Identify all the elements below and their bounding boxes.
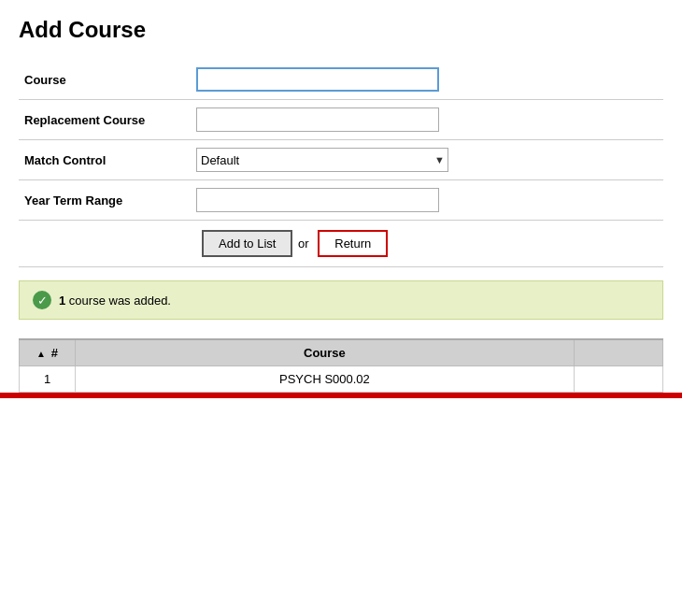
replacement-course-row: Replacement Course xyxy=(19,100,663,140)
row-extra xyxy=(574,366,662,393)
row-course: PSYCH S000.02 xyxy=(76,366,575,393)
table-row: 1PSYCH S000.02 xyxy=(20,366,663,393)
sort-arrow-icon: ▲ xyxy=(36,349,46,359)
col-num-header[interactable]: ▲ # xyxy=(20,339,76,366)
page-container: Add Course Course Replacement Course Mat… xyxy=(0,0,682,393)
return-button[interactable]: Return xyxy=(318,230,388,257)
match-control-input-cell: Default Exact Partial ▼ xyxy=(187,140,663,180)
add-course-form: Course Replacement Course Match Control … xyxy=(19,60,663,221)
year-term-range-label: Year Term Range xyxy=(19,180,187,221)
success-message-text: course was added. xyxy=(69,294,171,308)
match-control-row: Match Control Default Exact Partial ▼ xyxy=(19,140,663,180)
year-term-range-input-cell xyxy=(187,180,663,221)
replacement-course-input-cell xyxy=(187,100,663,140)
replacement-course-label: Replacement Course xyxy=(19,100,187,140)
page-title: Add Course xyxy=(19,17,663,43)
course-input-cell xyxy=(187,60,663,100)
results-table: ▲ # Course 1PSYCH S000.02 xyxy=(19,338,663,393)
results-header-row: ▲ # Course xyxy=(20,339,663,366)
success-icon: ✓ xyxy=(33,291,51,309)
col-num-label: # xyxy=(51,346,58,360)
row-num: 1 xyxy=(20,366,76,393)
add-to-list-button[interactable]: Add to List xyxy=(202,230,292,257)
col-course-header[interactable]: Course xyxy=(76,339,575,366)
course-row: Course xyxy=(19,60,663,100)
success-banner: ✓ 1 course was added. xyxy=(19,280,663,320)
match-control-select[interactable]: Default Exact Partial xyxy=(196,148,448,172)
course-label: Course xyxy=(19,60,187,100)
match-control-label: Match Control xyxy=(19,140,187,180)
bottom-red-bar xyxy=(0,393,682,398)
or-text: or xyxy=(298,236,309,251)
year-term-range-row: Year Term Range xyxy=(19,180,663,221)
buttons-row: Add to List or Return xyxy=(19,221,663,267)
success-count: 1 xyxy=(59,294,65,308)
course-input[interactable] xyxy=(196,67,439,92)
match-control-wrapper: Default Exact Partial ▼ xyxy=(196,148,448,172)
success-text: 1 course was added. xyxy=(59,294,171,308)
col-extra-header xyxy=(574,339,662,366)
year-term-range-input[interactable] xyxy=(196,188,439,212)
replacement-course-input[interactable] xyxy=(196,107,439,132)
